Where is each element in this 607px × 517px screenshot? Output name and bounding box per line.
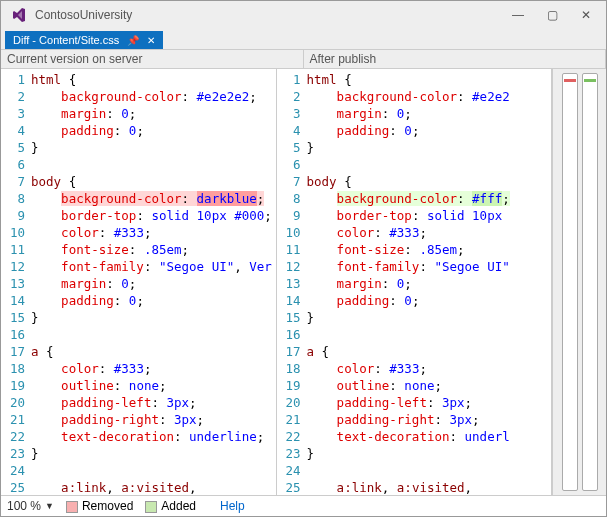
- code-line[interactable]: [307, 326, 552, 343]
- code-line[interactable]: padding: 0;: [307, 292, 552, 309]
- code-line[interactable]: [31, 156, 276, 173]
- code-line[interactable]: outline: none;: [307, 377, 552, 394]
- code-line[interactable]: border-top: solid 10px #000;: [31, 207, 276, 224]
- code-line[interactable]: body {: [307, 173, 552, 190]
- code-line[interactable]: }: [31, 445, 276, 462]
- left-gutter: 1234567891011121314151617181920212223242…: [1, 69, 31, 495]
- line-number: 21: [3, 411, 25, 428]
- code-line[interactable]: }: [31, 309, 276, 326]
- legend: Removed Added Help: [66, 499, 245, 513]
- code-line[interactable]: font-family: "Segoe UI": [307, 258, 552, 275]
- line-number: 1: [279, 71, 301, 88]
- code-line[interactable]: [31, 326, 276, 343]
- line-number: 8: [279, 190, 301, 207]
- legend-added: Added: [145, 499, 196, 513]
- overview-left-strip[interactable]: [562, 73, 578, 491]
- code-line[interactable]: padding-left: 3px;: [31, 394, 276, 411]
- code-line[interactable]: margin: 0;: [31, 275, 276, 292]
- line-number: 17: [3, 343, 25, 360]
- minimize-button[interactable]: ―: [508, 8, 528, 22]
- code-line[interactable]: }: [307, 445, 552, 462]
- code-line[interactable]: border-top: solid 10px: [307, 207, 552, 224]
- code-line[interactable]: background-color: #fff;: [307, 190, 552, 207]
- code-line[interactable]: color: #333;: [307, 360, 552, 377]
- line-number: 17: [279, 343, 301, 360]
- maximize-button[interactable]: ▢: [542, 8, 562, 22]
- code-line[interactable]: font-size: .85em;: [31, 241, 276, 258]
- line-number: 15: [3, 309, 25, 326]
- line-number: 23: [3, 445, 25, 462]
- code-line[interactable]: [307, 462, 552, 479]
- line-number: 24: [279, 462, 301, 479]
- line-number: 4: [279, 122, 301, 139]
- footer: 100 % ▼ Removed Added Help: [1, 495, 606, 516]
- code-line[interactable]: text-decoration: underline;: [31, 428, 276, 445]
- overview-ruler[interactable]: [552, 69, 606, 495]
- zoom-dropdown-icon[interactable]: ▼: [45, 501, 54, 511]
- help-link[interactable]: Help: [220, 499, 245, 513]
- tab-diff-sitecss[interactable]: Diff - Content/Site.css 📌 ✕: [5, 31, 163, 49]
- line-number: 18: [279, 360, 301, 377]
- line-number: 12: [3, 258, 25, 275]
- code-line[interactable]: color: #333;: [31, 360, 276, 377]
- code-line[interactable]: }: [307, 139, 552, 156]
- code-line[interactable]: a:link, a:visited,: [307, 479, 552, 495]
- code-line[interactable]: margin: 0;: [307, 105, 552, 122]
- diff-body: 1234567891011121314151617181920212223242…: [1, 69, 606, 495]
- line-number: 1: [3, 71, 25, 88]
- left-code[interactable]: html { background-color: #e2e2e2; margin…: [31, 69, 276, 495]
- code-line[interactable]: html {: [307, 71, 552, 88]
- right-code[interactable]: html { background-color: #e2e2 margin: 0…: [307, 69, 552, 495]
- left-pane[interactable]: 1234567891011121314151617181920212223242…: [1, 69, 277, 495]
- code-line[interactable]: color: #333;: [307, 224, 552, 241]
- code-line[interactable]: font-size: .85em;: [307, 241, 552, 258]
- code-line[interactable]: font-family: "Segoe UI", Ver: [31, 258, 276, 275]
- line-number: 8: [3, 190, 25, 207]
- line-number: 22: [3, 428, 25, 445]
- line-number: 12: [279, 258, 301, 275]
- code-line[interactable]: padding-left: 3px;: [307, 394, 552, 411]
- code-line[interactable]: color: #333;: [31, 224, 276, 241]
- line-number: 4: [3, 122, 25, 139]
- line-number: 7: [279, 173, 301, 190]
- line-number: 2: [3, 88, 25, 105]
- zoom-value: 100 %: [7, 499, 41, 513]
- removed-swatch-icon: [66, 501, 78, 513]
- code-line[interactable]: margin: 0;: [307, 275, 552, 292]
- code-line[interactable]: a {: [307, 343, 552, 360]
- code-line[interactable]: background-color: darkblue;: [31, 190, 276, 207]
- overview-added-mark: [584, 79, 596, 82]
- close-tab-icon[interactable]: ✕: [147, 35, 155, 46]
- code-line[interactable]: }: [31, 139, 276, 156]
- code-line[interactable]: [31, 462, 276, 479]
- line-number: 10: [3, 224, 25, 241]
- overview-right-strip[interactable]: [582, 73, 598, 491]
- code-line[interactable]: padding: 0;: [31, 292, 276, 309]
- code-line[interactable]: a:link, a:visited,: [31, 479, 276, 495]
- code-line[interactable]: padding: 0;: [31, 122, 276, 139]
- code-line[interactable]: html {: [31, 71, 276, 88]
- zoom-control[interactable]: 100 % ▼: [7, 499, 54, 513]
- code-line[interactable]: text-decoration: underl: [307, 428, 552, 445]
- right-pane[interactable]: 1234567891011121314151617181920212223242…: [277, 69, 553, 495]
- code-line[interactable]: }: [307, 309, 552, 326]
- code-line[interactable]: padding: 0;: [307, 122, 552, 139]
- code-line[interactable]: padding-right: 3px;: [307, 411, 552, 428]
- line-number: 22: [279, 428, 301, 445]
- close-button[interactable]: ✕: [576, 8, 596, 22]
- code-line[interactable]: outline: none;: [31, 377, 276, 394]
- line-number: 18: [3, 360, 25, 377]
- code-line[interactable]: body {: [31, 173, 276, 190]
- code-line[interactable]: a {: [31, 343, 276, 360]
- code-line[interactable]: background-color: #e2e2e2;: [31, 88, 276, 105]
- code-line[interactable]: padding-right: 3px;: [31, 411, 276, 428]
- code-line[interactable]: background-color: #e2e2: [307, 88, 552, 105]
- left-pane-header: Current version on server: [1, 50, 304, 68]
- pin-icon[interactable]: 📌: [127, 35, 139, 46]
- line-number: 16: [3, 326, 25, 343]
- code-line[interactable]: margin: 0;: [31, 105, 276, 122]
- right-gutter: 1234567891011121314151617181920212223242…: [277, 69, 307, 495]
- line-number: 19: [3, 377, 25, 394]
- code-line[interactable]: [307, 156, 552, 173]
- window: ContosoUniversity ― ▢ ✕ Diff - Content/S…: [0, 0, 607, 517]
